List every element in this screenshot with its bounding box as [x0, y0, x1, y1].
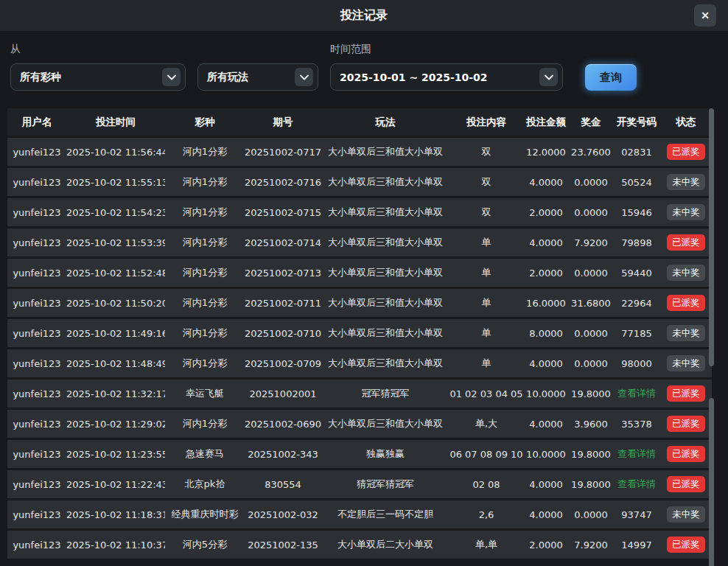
cell-bet-time: 2025-10-02 11:52:48 [66, 268, 165, 279]
cell-bet-content: 01 02 03 04 05 [449, 388, 523, 399]
status-badge: 未中奖 [667, 325, 705, 341]
cell-bet-content: 双 [449, 145, 523, 158]
cell-prize: 0.0000 [569, 509, 613, 520]
cell-draw-result: 59440 [613, 268, 660, 279]
cell-username: yunfei123 [7, 207, 66, 218]
modal-scrollbar-thumb[interactable] [709, 398, 714, 566]
view-details-link[interactable]: 查看详情 [617, 388, 656, 399]
cell-bet-amount: 4.0000 [523, 419, 569, 430]
cell-status: 未中奖 [660, 174, 712, 190]
cell-status: 已派奖 [660, 476, 712, 492]
cell-issue-number: 20251002001 [245, 388, 321, 399]
close-button[interactable]: ✕ [694, 4, 716, 27]
cell-lottery-type: 河内1分彩 [165, 206, 245, 219]
cell-issue-number: 20251002-0713 [245, 268, 321, 279]
cell-username: yunfei123 [7, 388, 66, 399]
status-badge: 已派奖 [667, 416, 705, 432]
cell-bet-content: 双 [449, 175, 523, 189]
cell-issue-number: 20251002-0714 [245, 237, 321, 248]
cell-prize: 0.0000 [569, 207, 613, 218]
cell-issue-number: 20251002-0715 [245, 207, 321, 218]
play-type-select[interactable]: 所有玩法 [197, 63, 318, 91]
cell-play-type: 大小单双后三和值大小单双 [321, 326, 449, 340]
cell-play-type: 大小单双后三和值大小单双 [321, 236, 449, 249]
view-details-link[interactable]: 查看详情 [617, 478, 656, 489]
cell-issue-number: 20251002-032 [245, 509, 321, 520]
cell-lottery-type: 经典重庆时时彩 [165, 508, 245, 521]
cell-bet-amount: 2.0000 [523, 539, 569, 551]
table-row: yunfei1232025-10-02 11:55:13河内1分彩2025100… [7, 168, 712, 196]
cell-lottery-type: 幸运飞艇 [165, 387, 245, 400]
cell-username: yunfei123 [7, 237, 66, 248]
cell-bet-time: 2025-10-02 11:32:17 [66, 388, 165, 399]
date-range-select-value: 2025-10-01 ~ 2025-10-02 [340, 71, 488, 83]
cell-play-type: 冠军猜冠军 [321, 387, 449, 400]
cell-bet-time: 2025-10-02 11:22:43 [66, 479, 165, 490]
table-row: yunfei1232025-10-02 11:10:37河内5分彩2025100… [7, 531, 712, 559]
cell-bet-amount: 4.0000 [523, 479, 569, 490]
cell-username: yunfei123 [7, 449, 66, 460]
cell-draw-result: 50524 [613, 177, 660, 188]
cell-lottery-type: 河内1分彩 [165, 175, 245, 189]
cell-username: yunfei123 [7, 298, 66, 309]
column-header-play: 玩法 [321, 116, 449, 129]
cell-play-type: 大小单双后二大小单双 [321, 538, 449, 551]
status-badge: 未中奖 [667, 174, 705, 190]
cell-lottery-type: 河内1分彩 [165, 266, 245, 279]
cell-lottery-type: 急速赛马 [165, 447, 245, 461]
table-scrollbar-thumb[interactable] [709, 108, 714, 366]
table-body: yunfei1232025-10-02 11:56:44河内1分彩2025100… [7, 138, 712, 559]
cell-lottery-type: 河内5分彩 [165, 538, 245, 551]
column-header-issue: 期号 [245, 116, 321, 129]
table-row: yunfei1232025-10-02 11:50:20河内1分彩2025100… [7, 289, 712, 317]
cell-bet-amount: 4.0000 [523, 509, 569, 520]
cell-status: 已派奖 [660, 537, 712, 553]
cell-username: yunfei123 [7, 177, 66, 188]
cell-bet-amount: 4.0000 [523, 177, 569, 188]
cell-bet-time: 2025-10-02 11:49:16 [66, 328, 165, 339]
cell-draw-result: 查看详情 [613, 387, 660, 400]
chevron-down-icon [295, 68, 313, 86]
cell-bet-time: 2025-10-02 11:29:02 [66, 419, 165, 430]
cell-draw-result: 15946 [613, 207, 660, 218]
date-range-select[interactable]: 2025-10-01 ~ 2025-10-02 [330, 63, 563, 91]
cell-issue-number: 20251002-343 [245, 449, 321, 460]
cell-bet-time: 2025-10-02 11:48:49 [66, 358, 165, 369]
cell-lottery-type: 北京pk拾 [165, 478, 245, 491]
cell-status: 已派奖 [660, 144, 712, 160]
table-row: yunfei1232025-10-02 11:18:31经典重庆时时彩20251… [7, 500, 712, 528]
cell-status: 已派奖 [660, 446, 712, 462]
cell-draw-result: 22964 [613, 298, 660, 309]
cell-bet-time: 2025-10-02 11:50:20 [66, 298, 165, 309]
cell-bet-time: 2025-10-02 11:56:44 [66, 147, 165, 158]
cell-status: 已派奖 [660, 385, 712, 402]
cell-prize: 7.9200 [569, 539, 613, 551]
query-button[interactable]: 查询 [585, 64, 637, 91]
table-row: yunfei1232025-10-02 11:29:02河内1分彩2025100… [7, 410, 712, 438]
status-badge: 已派奖 [667, 476, 705, 492]
column-header-content: 投注内容 [449, 116, 523, 129]
lottery-type-select[interactable]: 所有彩种 [10, 63, 186, 91]
cell-bet-content: 单,单 [449, 538, 523, 551]
status-badge: 未中奖 [667, 355, 705, 371]
cell-username: yunfei123 [7, 419, 66, 430]
cell-draw-result: 77185 [613, 328, 660, 339]
cell-lottery-type: 河内1分彩 [165, 326, 245, 340]
cell-bet-time: 2025-10-02 11:55:13 [66, 177, 165, 188]
cell-username: yunfei123 [7, 147, 66, 158]
table-row: yunfei1232025-10-02 11:22:43北京pk拾830554猜… [7, 470, 712, 498]
cell-status: 已派奖 [660, 416, 712, 432]
table-row: yunfei1232025-10-02 11:48:49河内1分彩2025100… [7, 349, 712, 377]
view-details-link[interactable]: 查看详情 [617, 448, 656, 459]
cell-bet-amount: 12.0000 [523, 147, 569, 158]
cell-status: 未中奖 [660, 355, 712, 371]
cell-username: yunfei123 [7, 479, 66, 490]
cell-lottery-type: 河内1分彩 [165, 145, 245, 158]
cell-lottery-type: 河内1分彩 [165, 236, 245, 249]
cell-bet-amount: 10.0000 [523, 449, 569, 460]
cell-bet-amount: 16.0000 [523, 298, 569, 309]
cell-bet-content: 02 08 [449, 479, 523, 490]
play-type-select-value: 所有玩法 [207, 71, 248, 84]
cell-issue-number: 20251002-0716 [245, 177, 321, 188]
cell-bet-content: 单 [449, 266, 523, 279]
